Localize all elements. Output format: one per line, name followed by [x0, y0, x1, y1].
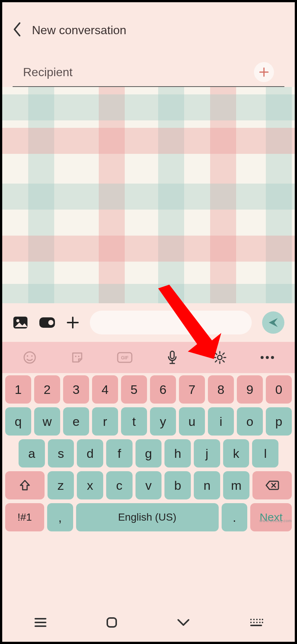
key-i[interactable]: i	[208, 407, 234, 436]
svg-point-8	[78, 356, 79, 357]
key-r[interactable]: r	[92, 407, 118, 436]
key-y[interactable]: y	[150, 407, 176, 436]
key-next[interactable]: Next	[250, 503, 292, 531]
key-9[interactable]: 9	[237, 375, 263, 404]
key-x[interactable]: x	[77, 471, 103, 499]
svg-rect-16	[107, 618, 116, 627]
camera-button[interactable]	[39, 317, 56, 329]
keyboard-more-button[interactable]	[258, 349, 276, 366]
key-space[interactable]: English (US)	[76, 503, 219, 531]
add-recipient-button[interactable]	[254, 62, 274, 82]
svg-point-15	[271, 356, 274, 359]
svg-point-21	[262, 619, 263, 620]
svg-point-19	[256, 619, 258, 620]
key-n[interactable]: n	[194, 471, 220, 499]
key-l[interactable]: l	[252, 439, 278, 467]
key-8[interactable]: 8	[208, 375, 234, 404]
more-icon	[260, 355, 275, 360]
svg-point-24	[256, 622, 258, 623]
key-u[interactable]: u	[179, 407, 205, 436]
key-7[interactable]: 7	[179, 375, 205, 404]
gear-icon	[213, 350, 227, 365]
key-6[interactable]: 6	[150, 375, 176, 404]
send-button[interactable]	[262, 311, 284, 334]
svg-rect-27	[250, 625, 262, 626]
key-2[interactable]: 2	[34, 375, 60, 404]
key-q[interactable]: q	[5, 407, 31, 436]
key-5[interactable]: 5	[121, 375, 147, 404]
key-4[interactable]: 4	[92, 375, 118, 404]
emoji-icon	[23, 351, 36, 364]
key-m[interactable]: m	[223, 471, 249, 499]
key-g[interactable]: g	[136, 439, 162, 467]
gallery-button[interactable]	[13, 316, 28, 329]
nav-recent-button[interactable]	[34, 617, 47, 629]
more-attachments-button[interactable]	[66, 316, 79, 329]
key-h[interactable]: h	[164, 439, 191, 467]
key-t[interactable]: t	[121, 407, 147, 436]
svg-point-12	[218, 355, 222, 360]
voice-input-button[interactable]	[163, 349, 181, 366]
key-p[interactable]: p	[266, 407, 292, 436]
send-icon	[268, 317, 279, 328]
svg-point-1	[16, 319, 19, 322]
watermark: www.deuaq.com	[260, 518, 292, 523]
chevron-left-icon	[13, 22, 22, 37]
key-b[interactable]: b	[164, 471, 191, 499]
key-backspace[interactable]	[252, 471, 292, 499]
key-v[interactable]: v	[136, 471, 162, 499]
svg-point-22	[250, 622, 252, 623]
camera-icon	[39, 317, 56, 329]
image-icon	[13, 316, 28, 329]
message-input[interactable]	[90, 311, 252, 334]
key-e[interactable]: e	[63, 407, 89, 436]
svg-text:GIF: GIF	[121, 355, 128, 360]
svg-point-17	[250, 619, 252, 620]
navigation-bar	[4, 607, 293, 640]
svg-point-4	[24, 352, 35, 363]
svg-point-6	[31, 355, 33, 357]
microphone-icon	[167, 350, 178, 365]
keyboard-icon	[249, 618, 263, 627]
keyboard-toolbar: GIF	[2, 342, 295, 373]
svg-point-20	[259, 619, 261, 620]
back-button[interactable]	[13, 22, 22, 38]
key-3[interactable]: 3	[63, 375, 89, 404]
key-o[interactable]: o	[237, 407, 263, 436]
key-f[interactable]: f	[106, 439, 133, 467]
page-title: New conversation	[32, 23, 126, 37]
shift-icon	[19, 479, 30, 491]
sticker-icon	[71, 351, 84, 364]
key-1[interactable]: 1	[5, 375, 31, 404]
key-symbols[interactable]: !#1	[5, 503, 44, 531]
emoji-button[interactable]	[21, 349, 39, 366]
recent-icon	[34, 617, 47, 628]
key-z[interactable]: z	[48, 471, 74, 499]
recipient-input[interactable]	[23, 65, 254, 79]
nav-home-button[interactable]	[106, 617, 118, 630]
key-d[interactable]: d	[77, 439, 103, 467]
svg-rect-11	[170, 351, 174, 359]
key-period[interactable]: .	[222, 503, 248, 531]
gif-button[interactable]: GIF	[116, 349, 134, 366]
backspace-icon	[265, 480, 279, 491]
nav-back-button[interactable]	[177, 618, 190, 628]
key-s[interactable]: s	[48, 439, 74, 467]
nav-keyboard-switch-button[interactable]	[249, 618, 263, 629]
key-shift[interactable]	[5, 471, 45, 499]
key-j[interactable]: j	[194, 439, 220, 467]
key-w[interactable]: w	[34, 407, 60, 436]
sticker-button[interactable]	[68, 349, 86, 366]
conversation-background	[2, 87, 295, 303]
home-icon	[106, 617, 118, 628]
key-c[interactable]: c	[106, 471, 133, 499]
key-k[interactable]: k	[223, 439, 249, 467]
key-a[interactable]: a	[19, 439, 45, 467]
key-comma[interactable]: ,	[47, 503, 73, 531]
svg-point-14	[266, 356, 269, 359]
key-0[interactable]: 0	[266, 375, 292, 404]
svg-point-18	[253, 619, 255, 620]
svg-point-13	[261, 356, 264, 359]
keyboard-settings-button[interactable]	[211, 349, 229, 366]
plus-icon	[66, 316, 79, 329]
